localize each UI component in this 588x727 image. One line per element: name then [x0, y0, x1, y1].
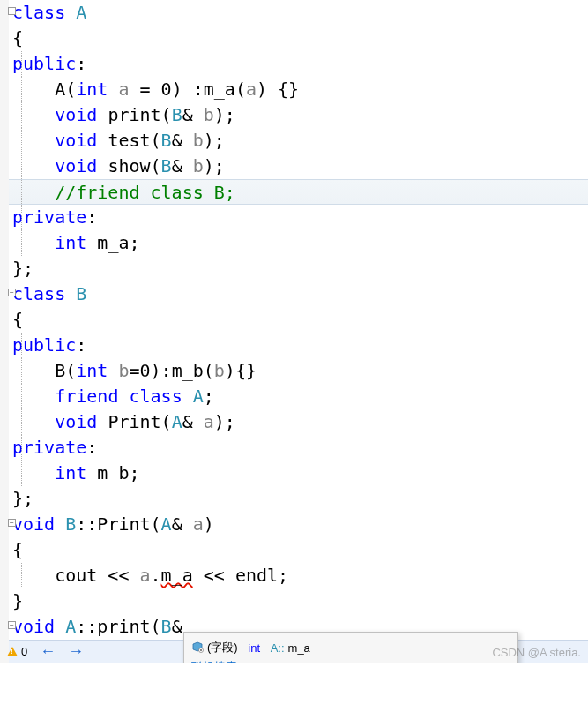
code-line[interactable]: void Print(A& a); — [9, 409, 588, 435]
code-line[interactable]: −void B::Print(A& a) — [9, 512, 588, 537]
tooltip-field-label: (字段) — [207, 640, 238, 656]
warning-indicator[interactable]: 0 — [7, 645, 27, 658]
code-line[interactable]: }; — [9, 486, 588, 512]
code-line[interactable]: }; — [9, 256, 588, 281]
code-line-highlighted[interactable]: //friend class B; — [9, 179, 588, 205]
code-line[interactable]: void print(B& b); — [9, 102, 588, 128]
code-line[interactable]: { — [9, 307, 588, 333]
code-line[interactable]: void show(B& b); — [9, 154, 588, 179]
code-line[interactable]: A(int a = 0) :m_a(a) {} — [9, 77, 588, 102]
code-line[interactable]: −class A — [9, 0, 588, 26]
tooltip-search-link[interactable]: 联机搜索 — [191, 659, 237, 663]
svg-rect-1 — [200, 649, 202, 651]
tooltip-signature: (字段) int A::m_a — [191, 638, 510, 657]
nav-forward-button[interactable]: → — [68, 642, 84, 661]
warning-count: 0 — [21, 645, 27, 658]
code-line[interactable]: int m_b; — [9, 461, 588, 486]
fold-icon[interactable]: − — [8, 7, 16, 15]
code-line[interactable]: private: — [9, 205, 588, 230]
code-line[interactable]: { — [9, 537, 588, 563]
error-squiggle[interactable]: m_a — [161, 565, 193, 586]
code-editor[interactable]: −class A { public: A(int a = 0) :m_a(a) … — [0, 0, 588, 640]
fold-icon[interactable]: − — [8, 621, 16, 629]
watermark: CSDN @A steria. — [492, 646, 581, 659]
warning-icon — [7, 647, 18, 656]
code-line[interactable]: −class B — [9, 281, 588, 307]
code-line[interactable]: public: — [9, 333, 588, 358]
code-line[interactable]: cout << a.m_a << endl; — [9, 563, 588, 588]
field-icon — [191, 641, 204, 654]
code-line[interactable]: { — [9, 26, 588, 51]
fold-icon[interactable]: − — [8, 289, 16, 296]
code-line[interactable]: friend class A; — [9, 384, 588, 409]
code-line[interactable]: B(int b=0):m_b(b){} — [9, 358, 588, 384]
code-line[interactable]: int m_a; — [9, 230, 588, 256]
code-line[interactable]: private: — [9, 435, 588, 461]
code-line[interactable]: } — [9, 588, 588, 614]
nav-back-button[interactable]: ← — [40, 642, 56, 661]
code-line[interactable]: void test(B& b); — [9, 128, 588, 154]
fold-icon[interactable]: − — [8, 519, 16, 527]
intellisense-tooltip: (字段) int A::m_a 联机搜索 成员 "A::m_a" (已声明 所在… — [183, 632, 518, 663]
code-line[interactable]: public: — [9, 51, 588, 77]
